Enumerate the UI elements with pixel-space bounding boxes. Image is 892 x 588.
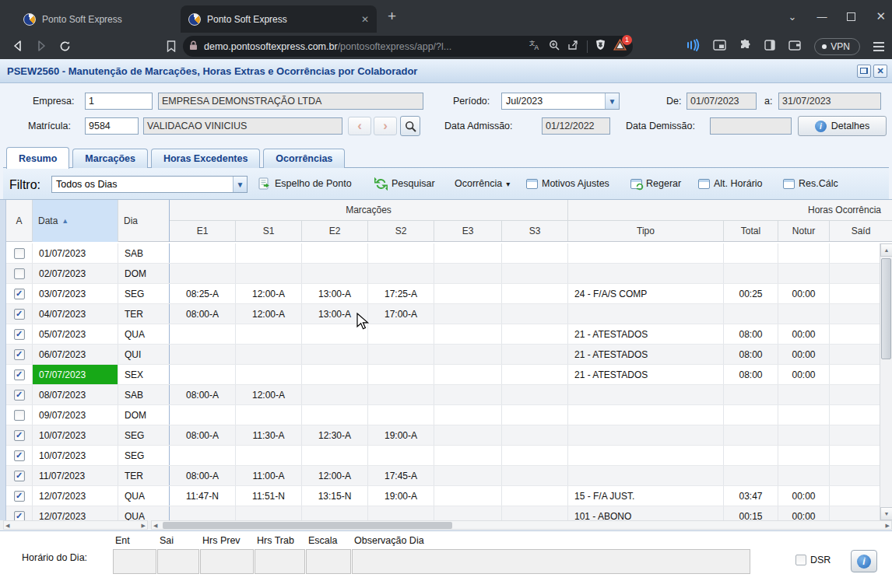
table-row[interactable]: ✓ 12/07/2023 QUA 101 - ABONO 00:15 00:00 bbox=[6, 506, 892, 520]
empresa-code-field[interactable]: 1 bbox=[85, 93, 153, 110]
escala-field[interactable] bbox=[306, 549, 351, 574]
share-icon[interactable] bbox=[567, 40, 579, 54]
window-minimize-button[interactable]: — bbox=[816, 11, 827, 23]
search-button[interactable] bbox=[400, 116, 420, 136]
vpn-button[interactable]: VPN bbox=[814, 38, 860, 55]
tab-close-icon[interactable]: ✕ bbox=[361, 14, 369, 25]
footer-info-button[interactable]: i bbox=[851, 550, 877, 572]
res-calc-button[interactable]: Res.Cálc bbox=[783, 174, 838, 193]
next-record-button[interactable]: › bbox=[374, 117, 397, 135]
vertical-scroll-thumb[interactable] bbox=[881, 258, 891, 359]
tab-ocorrencias[interactable]: Ocorrências bbox=[263, 149, 345, 168]
zoom-icon[interactable] bbox=[549, 40, 560, 54]
motivos-ajustes-button[interactable]: Motivos Ajustes bbox=[526, 174, 609, 193]
reload-button[interactable] bbox=[53, 35, 76, 57]
matricula-code-field[interactable]: 9584 bbox=[85, 117, 139, 135]
window-maximize-button[interactable] bbox=[847, 12, 855, 21]
picture-in-picture-icon[interactable] bbox=[713, 40, 726, 54]
table-row[interactable]: ✓ 12/07/2023 QUA 11:47-N 11:51-N 13:15-N… bbox=[6, 486, 892, 506]
new-tab-button[interactable]: + bbox=[388, 9, 396, 23]
pesquisar-button[interactable]: Pesquisar bbox=[374, 174, 435, 193]
row-checkbox[interactable] bbox=[14, 410, 25, 421]
table-row[interactable]: ✓ 05/07/2023 QUA 21 - ATESTADOS 08:00 00… bbox=[6, 324, 892, 345]
forward-button[interactable] bbox=[30, 35, 53, 57]
brave-shield-icon[interactable] bbox=[595, 39, 606, 54]
translate-icon[interactable]: 文A bbox=[529, 40, 541, 54]
reading-mode-icon[interactable] bbox=[686, 39, 700, 54]
scroll-down-icon[interactable]: ▼ bbox=[880, 507, 892, 520]
main-horizontal-scrollbar[interactable]: ◀ ▶ bbox=[151, 520, 892, 530]
row-checkbox[interactable]: ✓ bbox=[14, 450, 25, 461]
table-row[interactable]: ✓ 10/07/2023 SEG 08:00-A 11:30-A 12:30-A… bbox=[6, 425, 892, 446]
alt-horario-button[interactable]: Alt. Horário bbox=[698, 174, 763, 193]
row-checkbox[interactable]: ✓ bbox=[14, 430, 25, 441]
ocorrencia-menu-button[interactable]: Ocorrência ▾ bbox=[455, 174, 510, 193]
address-bar[interactable]: demo.pontosoftexpress.com.br/pontosoftex… bbox=[183, 36, 633, 57]
col-header-s3[interactable]: S3 bbox=[502, 221, 568, 242]
detalhes-button[interactable]: i Detalhes bbox=[798, 116, 887, 136]
browser-tab-inactive[interactable]: Ponto Soft Express bbox=[16, 5, 163, 33]
row-checkbox[interactable] bbox=[14, 248, 25, 259]
tab-marcacoes[interactable]: Marcações bbox=[72, 149, 148, 168]
wallet-icon[interactable] bbox=[788, 40, 801, 54]
chevron-down-icon[interactable]: ▼ bbox=[233, 177, 247, 192]
col-header-s1[interactable]: S1 bbox=[236, 221, 302, 242]
app-close-button[interactable]: ✕ bbox=[873, 65, 887, 78]
browser-tab-active[interactable]: Ponto Soft Express ✕ bbox=[181, 5, 377, 33]
chevron-down-icon[interactable]: ▼ bbox=[605, 93, 619, 109]
row-checkbox[interactable]: ✓ bbox=[14, 309, 25, 320]
col-header-total[interactable]: Total bbox=[724, 221, 778, 242]
hrs-prev-field[interactable] bbox=[200, 549, 254, 574]
sidebar-icon[interactable] bbox=[764, 40, 775, 54]
col-header-e2[interactable]: E2 bbox=[302, 221, 368, 242]
table-row[interactable]: 02/07/2023 DOM bbox=[6, 264, 892, 284]
espelho-de-ponto-button[interactable]: Espelho de Ponto bbox=[258, 174, 352, 193]
table-row[interactable]: ✓ 06/07/2023 QUI 21 - ATESTADOS 08:00 00… bbox=[6, 345, 892, 365]
tab-horas-excedentes[interactable]: Horas Excedentes bbox=[151, 149, 260, 168]
table-row[interactable]: ✓ 10/07/2023 SEG bbox=[6, 446, 892, 466]
scroll-right-icon[interactable]: ▶ bbox=[142, 522, 146, 529]
row-checkbox[interactable]: ✓ bbox=[14, 369, 25, 380]
table-row[interactable]: ✓ 08/07/2023 SAB 08:00-A 12:00-A bbox=[6, 385, 892, 405]
window-close-button[interactable]: ✕ bbox=[876, 9, 886, 23]
extension-alert-icon[interactable]: 1 bbox=[613, 39, 627, 54]
row-checkbox[interactable]: ✓ bbox=[14, 329, 25, 340]
col-header-s2[interactable]: S2 bbox=[368, 221, 434, 242]
row-checkbox[interactable]: ✓ bbox=[14, 349, 25, 360]
row-checkbox[interactable]: ✓ bbox=[14, 511, 25, 521]
scroll-right-icon[interactable]: ▶ bbox=[886, 522, 890, 529]
extensions-puzzle-icon[interactable] bbox=[739, 39, 751, 54]
periodo-select[interactable]: Jul/2023 ▼ bbox=[501, 93, 620, 110]
col-header-data[interactable]: Data ▲ bbox=[33, 200, 118, 242]
col-header-e3[interactable]: E3 bbox=[434, 221, 502, 242]
row-checkbox[interactable] bbox=[14, 268, 25, 279]
row-checkbox[interactable]: ✓ bbox=[14, 289, 25, 299]
dsr-checkbox[interactable] bbox=[795, 555, 806, 565]
col-header-e1[interactable]: E1 bbox=[170, 221, 236, 242]
scroll-left-icon[interactable]: ◀ bbox=[5, 522, 9, 529]
table-row[interactable]: ✓ 11/07/2023 TER 08:00-A 11:00-A 12:00-A… bbox=[6, 466, 892, 486]
menu-icon[interactable] bbox=[873, 42, 884, 51]
regerar-button[interactable]: Regerar bbox=[630, 174, 681, 193]
scroll-up-icon[interactable]: ▲ bbox=[880, 243, 892, 257]
observacao-dia-field[interactable] bbox=[352, 549, 750, 574]
table-row[interactable]: ✓ 03/07/2023 SEG 08:25-A 12:00-A 13:00-A… bbox=[6, 284, 892, 304]
table-row[interactable]: 01/07/2023 SAB bbox=[6, 243, 892, 264]
hrs-trab-field[interactable] bbox=[255, 549, 305, 574]
horizontal-scroll-thumb[interactable] bbox=[163, 522, 452, 529]
ent-field[interactable] bbox=[113, 549, 156, 574]
sai-field[interactable] bbox=[157, 549, 199, 574]
col-header-dia[interactable]: Dia bbox=[118, 200, 170, 242]
table-row[interactable]: ✓ 07/07/2023 SEX 21 - ATESTADOS 08:00 00… bbox=[6, 365, 892, 385]
table-row[interactable]: 09/07/2023 DOM bbox=[6, 405, 892, 425]
back-button[interactable] bbox=[6, 35, 30, 57]
window-chevron-icon[interactable]: ⌄ bbox=[788, 11, 797, 23]
app-restore-button[interactable] bbox=[857, 65, 871, 78]
frozen-horizontal-scrollbar[interactable]: ◀ ▶ bbox=[3, 520, 148, 530]
row-checkbox[interactable]: ✓ bbox=[14, 491, 25, 502]
col-header-a[interactable]: A bbox=[6, 200, 33, 242]
filtro-select[interactable]: Todos os Dias ▼ bbox=[51, 176, 248, 193]
col-header-tipo[interactable]: Tipo bbox=[568, 221, 724, 242]
col-header-saida[interactable]: Saíd bbox=[830, 221, 892, 242]
bookmark-icon[interactable] bbox=[160, 35, 183, 57]
